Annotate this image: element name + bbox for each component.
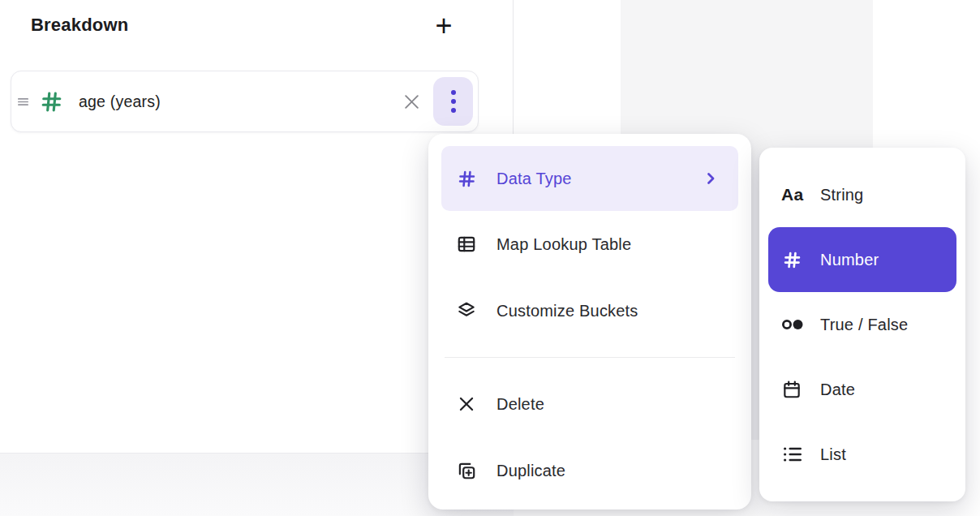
submenu-item-list[interactable]: List	[768, 422, 956, 487]
submenu-item-label: Number	[820, 251, 879, 269]
breakdown-panel-screen: Breakdown + age (years)	[0, 0, 980, 516]
menu-item-map-lookup-table[interactable]: Map Lookup Table	[441, 211, 738, 277]
submenu-item-string[interactable]: Aa String	[768, 162, 956, 227]
hash-icon	[38, 88, 65, 115]
text-aa-icon: Aa	[781, 185, 809, 204]
x-icon	[454, 393, 479, 415]
submenu-item-date[interactable]: Date	[768, 357, 956, 422]
chevron-right-icon	[701, 169, 720, 188]
menu-item-data-type[interactable]: Data Type	[441, 146, 738, 211]
page-title: Breakdown	[31, 15, 128, 36]
drag-handle-icon[interactable]	[16, 95, 30, 109]
close-icon[interactable]	[401, 91, 423, 113]
copy-plus-icon	[454, 460, 479, 481]
menu-item-label: Customize Buckets	[496, 302, 638, 320]
hash-icon	[454, 168, 479, 190]
menu-item-label: Delete	[496, 395, 544, 414]
submenu-item-label: String	[820, 186, 863, 204]
submenu-item-number[interactable]: Number	[768, 227, 956, 292]
field-context-menu: Data Type Map Lookup Table	[428, 134, 751, 510]
data-type-submenu: Aa String Number True / False	[759, 148, 965, 501]
menu-item-label: Data Type	[496, 170, 572, 188]
layers-icon	[454, 300, 479, 321]
menu-item-label: Duplicate	[496, 462, 565, 480]
field-name: age (years)	[79, 92, 161, 111]
submenu-item-label: List	[820, 445, 846, 464]
menu-item-delete[interactable]: Delete	[441, 371, 738, 437]
table-icon	[454, 234, 479, 255]
menu-item-customize-buckets[interactable]: Customize Buckets	[441, 277, 738, 344]
hash-icon	[781, 249, 809, 271]
circles-icon	[781, 315, 809, 334]
submenu-item-label: True / False	[820, 316, 908, 334]
breakdown-field-chip[interactable]: age (years)	[11, 71, 479, 132]
list-icon	[781, 444, 809, 465]
submenu-item-label: Date	[820, 381, 855, 399]
menu-item-label: Map Lookup Table	[496, 235, 631, 254]
menu-item-duplicate[interactable]: Duplicate	[441, 437, 738, 504]
add-breakdown-button[interactable]: +	[428, 6, 460, 45]
submenu-item-true-false[interactable]: True / False	[768, 292, 956, 357]
kebab-menu-icon[interactable]	[433, 77, 473, 126]
calendar-icon	[781, 379, 809, 400]
menu-divider	[445, 357, 735, 358]
